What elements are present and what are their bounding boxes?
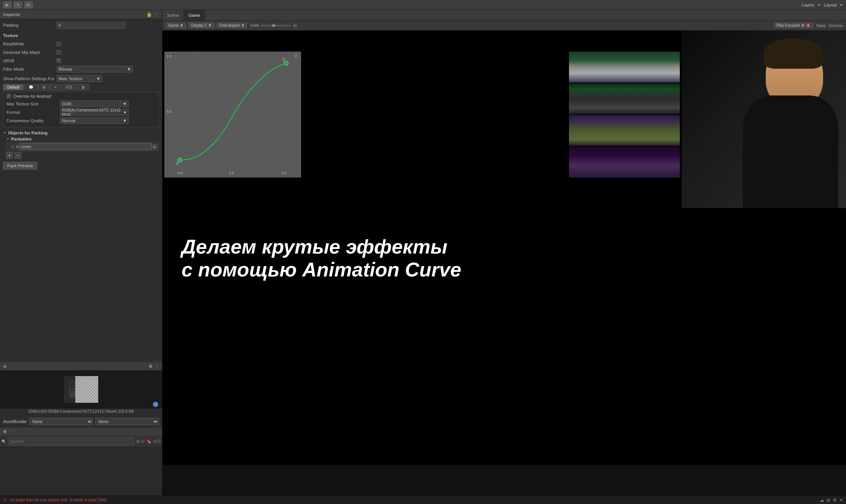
mute-icon[interactable]: 🔇 (806, 23, 810, 27)
srgb-checkbox[interactable] (57, 58, 61, 63)
asset-bundle-label: AssetBundle (3, 419, 27, 424)
objects-for-packing-toggle[interactable]: ▼ Objects for Packing (3, 131, 159, 135)
platform-settings-label: Show Platform Settings For (3, 76, 57, 81)
srgb-row: sRGB (3, 57, 159, 65)
project-menu-icon[interactable]: ⋮ (8, 429, 13, 434)
main-layout: Inspector 🔒 ⋮ Padding Texture Read/Write (0, 10, 846, 496)
format-arrow: ▼ (123, 110, 127, 115)
sprite-gear-icon[interactable]: ⚙ (149, 364, 152, 369)
pause-button[interactable]: ⏸ (14, 2, 22, 8)
filter-mode-dropdown[interactable]: Bilinear ▼ (57, 66, 133, 73)
svg-text:⚙: ⚙ (282, 57, 286, 62)
status-icons: ☁ ⊞ ⚙ ✕ (820, 498, 843, 503)
game-bar-right: Play Focused ▼ 🔇 Stats Gizmos (774, 23, 843, 28)
curve-grid-svg: ⚙ ⚙ 1.0 0.5 0.0 0.5 1.0 ⚙ (165, 52, 301, 177)
pack-preview-button[interactable]: Pack Preview (3, 162, 37, 170)
read-write-checkbox[interactable] (57, 42, 61, 46)
project-icon1[interactable]: ⊞ (136, 439, 140, 444)
packable-name-input[interactable] (19, 143, 152, 150)
layout-dropdown-arrow[interactable]: ▼ (840, 3, 843, 7)
project-toolbar-icons: ⊞ ✏ 🔖 ⊙13 (136, 439, 160, 444)
gen-mip-checkbox[interactable] (57, 50, 61, 55)
project-search-input[interactable] (8, 438, 134, 445)
game-arrow: ▼ (180, 23, 183, 27)
scene-tab-label: Scene (167, 13, 179, 18)
gizmos-label[interactable]: Gizmos (829, 23, 843, 28)
project-icon3[interactable]: 🔖 (146, 439, 152, 444)
platform-tab-icon1[interactable]: 💬 (24, 84, 37, 90)
add-remove-row: + − (6, 152, 159, 159)
overlay-line2: с помощью Animation Curve (182, 258, 461, 281)
top-bar-right: Layers ▼ Layout ▼ (802, 3, 843, 7)
inspector-body: Padding Texture Read/Write Generate Mip … (0, 19, 162, 360)
filter-mode-row: Filter Mode Bilinear ▼ (3, 65, 159, 73)
max-texture-dropdown[interactable]: 2048 ▼ (60, 100, 129, 107)
compressor-quality-dropdown[interactable]: Normal ▼ (60, 117, 129, 124)
asset-bundle-dropdown2[interactable]: None (95, 418, 159, 425)
overlay-line1: Делаем крутые эффекты (182, 236, 461, 258)
game-dropdown[interactable]: Game ▼ (165, 23, 186, 28)
override-android-row: Override for Android (6, 94, 156, 99)
play-focused-btn[interactable]: Play Focused ▼ 🔇 (774, 23, 813, 28)
webcam-overlay (682, 31, 846, 208)
game-overlay-text: Делаем крутые эффекты с помощью Animatio… (182, 236, 461, 281)
menu-icon[interactable]: ⋮ (154, 12, 159, 17)
ios-tab[interactable]: iOS (62, 84, 77, 90)
settings-icon[interactable]: ⚙ (833, 498, 837, 503)
project-gear-icon[interactable]: ⚙ (3, 429, 7, 434)
padding-input[interactable] (57, 22, 125, 29)
platform-settings-dropdown[interactable]: Main Texture ▼ (57, 75, 102, 82)
scene-tab[interactable]: Scene (162, 10, 184, 20)
sprite-menu-icon[interactable]: ⋮ (155, 364, 159, 369)
play-focused-arrow: ▼ (801, 23, 805, 27)
format-value: RGB(A) Compressed ASTC 12x12 block (62, 108, 123, 116)
game-view: Делаем крутые эффекты с помощью Animatio… (162, 31, 846, 496)
play-focused-label: Play Focused (776, 23, 800, 27)
aspect-arrow: ▼ (241, 23, 245, 27)
main-texture-value: Main Texture (58, 76, 83, 81)
stats-label[interactable]: Stats (816, 23, 826, 28)
left-panel: Inspector 🔒 ⋮ Padding Texture Read/Write (0, 10, 162, 496)
aspect-dropdown[interactable]: Free Aspect ▼ (217, 23, 247, 28)
project-icon2[interactable]: ✏ (141, 439, 145, 444)
platform-tab-icon3[interactable]: + (50, 84, 61, 90)
cloud-icon[interactable]: ☁ (820, 498, 824, 503)
display-dropdown[interactable]: Display 1 ▼ (188, 23, 214, 28)
override-android-checkbox[interactable] (6, 94, 11, 99)
scale-slider[interactable] (261, 25, 291, 26)
filter-mode-value: Bilinear (58, 67, 73, 71)
compressor-quality-value: Normal (62, 118, 75, 123)
close-icon[interactable]: ✕ (839, 498, 843, 503)
layers-dropdown-arrow[interactable]: ▼ (817, 3, 821, 7)
lock-icon[interactable]: 🔒 (146, 12, 152, 17)
step-button[interactable]: ⏭ (24, 2, 33, 8)
play-button[interactable]: ▶ (3, 2, 11, 8)
platform-tab-del[interactable]: 🗑 (77, 84, 89, 90)
asset-bundle-dropdown1[interactable]: None (29, 418, 93, 425)
scale-value: 1x (293, 23, 297, 27)
packable-circle-btn[interactable]: ◉ (152, 144, 157, 149)
scene-game-tab-bar: Scene Game (162, 10, 846, 21)
network-icon[interactable]: ⊞ (827, 498, 830, 503)
default-tab[interactable]: Default (3, 84, 24, 90)
texture-section-header: Texture (3, 32, 159, 39)
max-texture-value: 2048 (62, 102, 71, 106)
remove-packable-button[interactable]: − (15, 152, 21, 159)
format-dropdown[interactable]: RGB(A) Compressed ASTC 12x12 block ▼ (60, 109, 129, 116)
sprite-header-icons: ⚙ ⋮ (149, 364, 159, 369)
packables-toggle[interactable]: ▼ Packables (6, 137, 159, 141)
project-search-row: 🔍 ⊞ ✏ 🔖 ⊙13 (0, 436, 162, 447)
max-texture-arrow: ▼ (123, 102, 127, 106)
curve-editor: ⚙ ⚙ 1.0 0.5 0.0 0.5 1.0 ⚙ (164, 52, 301, 178)
platform-tabs: Default 💬 ⊞ + iOS 🗑 (3, 84, 159, 90)
add-packable-button[interactable]: + (6, 152, 13, 159)
game-tab[interactable]: Game (184, 10, 205, 20)
platform-tab-icon2[interactable]: ⊞ (38, 84, 50, 90)
top-bar-left: ▶ ⏸ ⏭ (3, 2, 33, 8)
cat-thumb-2 (569, 83, 680, 114)
apply-button[interactable]: → (153, 402, 158, 407)
svg-text:⚙: ⚙ (175, 161, 180, 166)
filter-mode-arrow: ▼ (127, 67, 131, 71)
read-write-row: Read/Write (3, 40, 159, 48)
compressor-quality-arrow: ▼ (123, 118, 127, 123)
